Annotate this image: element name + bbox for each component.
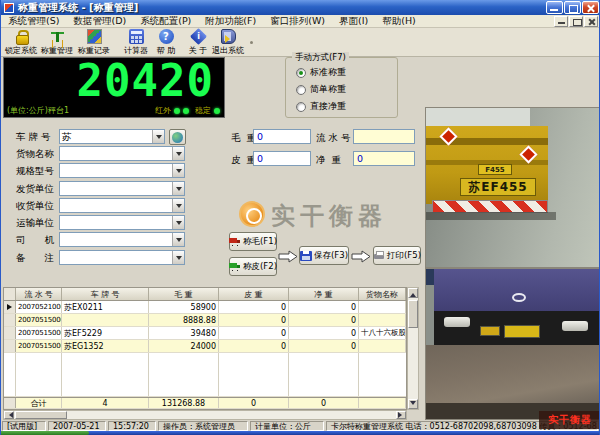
menu-extra[interactable]: 附加功能(F) (198, 15, 263, 28)
remark-combo[interactable] (59, 250, 185, 265)
menu-window[interactable]: 窗口排列(W) (263, 15, 332, 28)
weigh-manage-button[interactable]: 称重管理 (38, 29, 76, 56)
goods-combo[interactable] (59, 146, 185, 161)
receiver-label: 收货单位 (16, 200, 54, 213)
menu-system[interactable]: 系统管理(S) (1, 15, 66, 28)
goods-value (60, 147, 172, 160)
table-row[interactable]: 2007051500003 苏EG1352 24000 0 0 (4, 340, 406, 353)
mdi-minimize-icon[interactable] (554, 16, 568, 27)
vertical-scroll-thumb[interactable] (408, 300, 418, 328)
radio-direct-net[interactable]: 直接净重 (296, 100, 346, 113)
infrared-lamp-icon (183, 108, 189, 114)
table-row[interactable]: 2007051500005 苏EF5229 39480 0 0 十八十六板股 (4, 327, 406, 340)
lock-system-button[interactable]: 锁定系统 (2, 29, 40, 56)
radio-icon (296, 102, 306, 112)
scroll-right-icon[interactable] (396, 411, 406, 419)
gross-field[interactable]: 0 (253, 129, 311, 144)
footer-total-label: 合计 (16, 398, 62, 408)
remark-value (60, 251, 172, 264)
flow-arrow-icon (278, 250, 298, 263)
driver-value (60, 233, 172, 246)
minimize-icon[interactable] (546, 1, 563, 14)
chevron-down-icon[interactable] (172, 164, 184, 177)
cell-net: 0 (289, 327, 359, 339)
window-controls (545, 1, 599, 14)
plate-combo[interactable]: 苏 (59, 129, 165, 144)
serial-field[interactable] (353, 129, 415, 144)
mdi-close-icon[interactable] (584, 16, 598, 27)
menu-config[interactable]: 系统配置(P) (133, 15, 198, 28)
receiver-value (60, 199, 172, 212)
start-button-fragment[interactable] (1, 431, 89, 435)
records-icon (87, 29, 102, 44)
table-row[interactable]: 2007052100002 苏EX0211 58900 0 0 (4, 301, 406, 314)
chevron-down-icon[interactable] (172, 251, 184, 264)
table-vertical-scrollbar[interactable] (407, 287, 419, 410)
chevron-down-icon[interactable] (172, 216, 184, 229)
save-button[interactable]: 保存(F3) (299, 246, 349, 265)
form-row-goods: 货物名称 (1, 146, 231, 162)
menu-data[interactable]: 数据管理(D) (66, 15, 133, 28)
weigh-records-button[interactable]: 称重记录 (75, 29, 113, 56)
driver-combo[interactable] (59, 232, 185, 247)
print-label: 打印(F5) (387, 250, 421, 262)
app-icon (4, 3, 14, 13)
spec-combo[interactable] (59, 163, 185, 178)
radio-standard-weigh[interactable]: 标准称重 (296, 66, 346, 79)
horizontal-scroll-thumb[interactable] (15, 411, 67, 419)
header-plate[interactable]: 车 牌 号 (62, 288, 149, 300)
tare-field[interactable]: 0 (253, 151, 311, 166)
headlight (562, 321, 588, 331)
table-horizontal-scrollbar[interactable] (3, 410, 407, 420)
scroll-up-icon[interactable] (408, 288, 418, 298)
transporter-combo[interactable] (59, 215, 185, 230)
taskbar-sliver (1, 431, 600, 435)
green-truck-icon (229, 262, 241, 272)
chevron-down-icon[interactable] (172, 147, 184, 160)
table-row[interactable]: 2007051500006 8888.88 0 0 (4, 314, 406, 327)
status-time: 15:57:20 (108, 421, 156, 431)
chevron-down-icon[interactable] (172, 233, 184, 246)
chevron-down-icon[interactable] (152, 130, 164, 143)
mdi-window-controls (553, 16, 598, 27)
headlight (444, 317, 470, 327)
header-gross[interactable]: 毛 重 (149, 288, 219, 300)
shipper-combo[interactable] (59, 181, 185, 196)
toolbar-overflow-dot (250, 41, 253, 44)
header-serial[interactable]: 流 水 号 (16, 288, 62, 300)
current-row-arrow-icon (7, 304, 12, 310)
footer-gross-total: 131268.88 (149, 398, 219, 408)
mdi-restore-icon[interactable] (569, 16, 583, 27)
shipper-label: 发货单位 (16, 183, 54, 196)
vendor-logo-icon (239, 201, 265, 227)
status-trial-badge: [试用版] (2, 421, 46, 431)
header-net[interactable]: 净 重 (289, 288, 359, 300)
close-icon[interactable] (582, 1, 599, 14)
exit-system-button[interactable]: 退出系统 (209, 29, 247, 56)
weigh-tare-button[interactable]: 称皮(F2) (229, 257, 277, 276)
receiver-combo[interactable] (59, 198, 185, 213)
header-goods[interactable]: 货物名称 (359, 288, 406, 300)
chevron-down-icon[interactable] (172, 199, 184, 212)
header-tare[interactable]: 皮 重 (219, 288, 289, 300)
cell-net: 0 (289, 314, 359, 326)
scroll-left-icon[interactable] (4, 411, 14, 419)
cell-serial: 2007051500005 (16, 327, 62, 339)
menu-help[interactable]: 帮助(H) (375, 15, 423, 28)
transporter-label: 运输单位 (16, 217, 54, 230)
chevron-down-icon[interactable] (172, 182, 184, 195)
menu-ui[interactable]: 界面(I) (332, 15, 375, 28)
print-button[interactable]: 打印(F5) (373, 246, 421, 265)
cell-tare: 0 (219, 314, 289, 326)
weigh-gross-button[interactable]: 称毛(F1) (229, 232, 277, 251)
net-field[interactable]: 0 (353, 151, 415, 166)
scroll-down-icon[interactable] (408, 399, 418, 409)
radio-simple-weigh[interactable]: 简单称重 (296, 83, 346, 96)
plate-picker-button[interactable] (169, 129, 186, 145)
goods-label: 货物名称 (16, 148, 54, 161)
records-table: 流 水 号 车 牌 号 毛 重 皮 重 净 重 货物名称 20070521000… (3, 287, 407, 410)
restore-icon[interactable] (564, 1, 581, 14)
stable-lamp-icon (214, 108, 220, 114)
about-icon (190, 28, 207, 45)
cell-plate: 苏EG1352 (62, 340, 149, 352)
